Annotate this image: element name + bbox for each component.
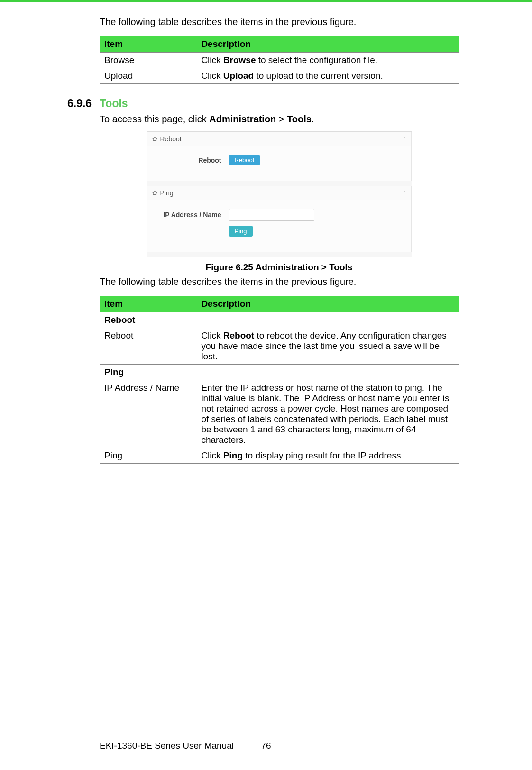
panel-header-reboot[interactable]: ✿ Reboot ⌃ <box>147 132 411 146</box>
cell-desc: Click Reboot to reboot the device. Any c… <box>196 328 459 365</box>
table-row: Ping Click Ping to display ping result f… <box>100 448 459 464</box>
section-number: 6.9.6 <box>67 97 100 110</box>
intro-text-1: The following table describes the items … <box>100 17 459 28</box>
cell-item: Reboot <box>100 328 196 365</box>
cell-desc: Click Upload to upload to the current ve… <box>196 68 459 84</box>
th-item: Item <box>100 296 196 312</box>
cell-item: Browse <box>100 53 196 68</box>
page-footer: EKI-1360-BE Series User Manual 76 <box>0 741 532 751</box>
panel-ping: ✿ Ping ⌃ IP Address / Name Ping <box>147 186 412 252</box>
ping-button[interactable]: Ping <box>229 226 253 237</box>
access-text: To access this page, click Administratio… <box>100 114 459 125</box>
th-item: Item <box>100 36 196 53</box>
cell-desc: Click Ping to display ping result for th… <box>196 448 459 464</box>
intro-text-2: The following table describes the items … <box>100 276 459 287</box>
figure-caption: Figure 6.25 Administration > Tools <box>100 262 459 273</box>
chevron-up-icon[interactable]: ⌃ <box>402 136 406 142</box>
panel-title: Reboot <box>160 135 182 143</box>
table-row: Browse Click Browse to select the config… <box>100 53 459 68</box>
reboot-button[interactable]: Reboot <box>229 155 260 165</box>
table-row: Reboot Click Reboot to reboot the device… <box>100 328 459 365</box>
panel-title: Ping <box>160 189 174 197</box>
cell-item: Ping <box>100 448 196 464</box>
chevron-up-icon[interactable]: ⌃ <box>402 190 406 196</box>
panel-header-ping[interactable]: ✿ Ping ⌃ <box>147 186 411 200</box>
cell-item: IP Address / Name <box>100 380 196 448</box>
cell-desc: Enter the IP address or host name of the… <box>196 380 459 448</box>
footer-page-number: 76 <box>261 741 271 751</box>
table-tools-desc: Item Description Reboot Reboot Click Reb… <box>100 296 459 464</box>
section-heading: 6.9.6 Tools <box>100 97 459 110</box>
th-description: Description <box>196 36 459 53</box>
th-description: Description <box>196 296 459 312</box>
cell-desc: Click Browse to select the configuration… <box>196 53 459 68</box>
ip-address-input[interactable] <box>229 209 314 221</box>
table-row: IP Address / Name Enter the IP address o… <box>100 380 459 448</box>
form-label-reboot: Reboot <box>153 156 229 164</box>
table-row: Upload Click Upload to upload to the cur… <box>100 68 459 84</box>
figure-tools: ✿ Reboot ⌃ Reboot Reboot <box>147 131 412 257</box>
form-label-ipaddress: IP Address / Name <box>153 211 229 219</box>
gear-icon: ✿ <box>152 190 157 197</box>
panel-reboot: ✿ Reboot ⌃ Reboot Reboot <box>147 132 412 181</box>
table-browse-upload: Item Description Browse Click Browse to … <box>100 36 459 84</box>
cell-section: Ping <box>100 365 459 380</box>
gear-icon: ✿ <box>152 136 157 143</box>
section-title: Tools <box>100 97 128 110</box>
footer-left: EKI-1360-BE Series User Manual <box>100 741 234 751</box>
table-row: Ping <box>100 365 459 380</box>
table-row: Reboot <box>100 312 459 328</box>
cell-item: Upload <box>100 68 196 84</box>
cell-section: Reboot <box>100 312 459 328</box>
